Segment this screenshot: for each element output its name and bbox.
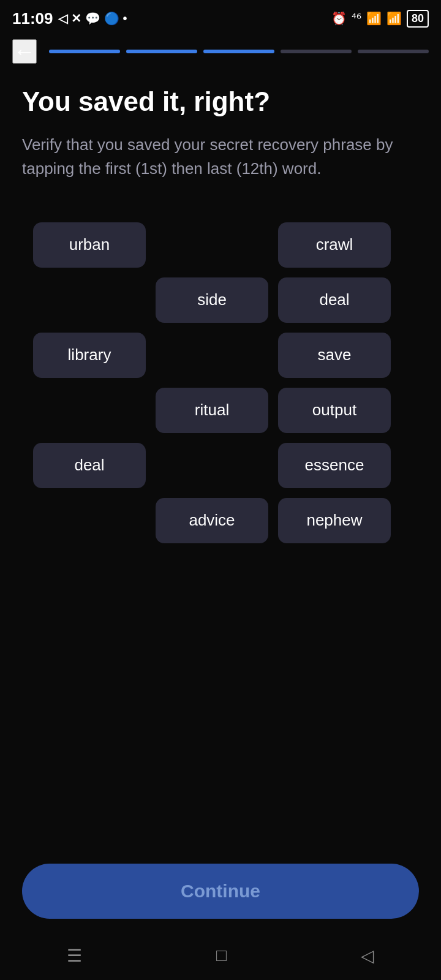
status-right-icons: ⏰ ⁴⁶ 📶 📶 80 — [331, 10, 429, 28]
home-icon[interactable]: □ — [216, 946, 227, 965]
alarm-icon: ⏰ — [331, 11, 347, 26]
word-btn-urban[interactable]: urban — [33, 222, 146, 268]
word-btn-output[interactable]: output — [278, 388, 391, 433]
word-btn-crawl[interactable]: crawl — [278, 222, 391, 268]
progress-step-4 — [281, 50, 352, 53]
app-icon: 🔵 — [104, 11, 119, 26]
main-content: You saved it, right? Verify that you sav… — [0, 71, 441, 548]
word-grid: urban crawl side deal library save ritua… — [22, 217, 419, 548]
location-icon: ◁ — [58, 11, 67, 26]
continue-button[interactable]: Continue — [22, 864, 419, 919]
back-nav-icon[interactable]: ◁ — [361, 946, 374, 966]
progress-step-2 — [126, 50, 197, 53]
word-btn-essence[interactable]: essence — [278, 443, 391, 488]
word-btn-deal-1[interactable]: deal — [278, 277, 391, 323]
notification-icons: ◁ ✕ 💬 🔵 • — [58, 11, 127, 26]
progress-step-3 — [203, 50, 274, 53]
word-btn-library[interactable]: library — [33, 333, 146, 378]
progress-step-5 — [358, 50, 429, 53]
word-btn-deal-2[interactable]: deal — [33, 443, 146, 488]
nav-bar: ← — [0, 34, 441, 71]
progress-step-1 — [49, 50, 120, 53]
battery-display: 80 — [407, 10, 429, 28]
bottom-nav: ☰ □ ◁ — [0, 931, 441, 980]
network-4g-icon: ⁴⁶ — [352, 11, 361, 26]
word-btn-nephew[interactable]: nephew — [278, 498, 391, 543]
signal-wifi-icon: 📶 — [366, 11, 382, 26]
word-btn-ritual[interactable]: ritual — [156, 388, 268, 433]
page-subtitle: Verify that you saved your secret recove… — [22, 133, 419, 181]
back-button[interactable]: ← — [12, 39, 37, 64]
word-btn-side[interactable]: side — [156, 277, 268, 323]
recent-apps-icon[interactable]: ☰ — [67, 946, 82, 966]
page-title: You saved it, right? — [22, 86, 419, 118]
dot-icon: • — [123, 12, 127, 26]
word-btn-advice[interactable]: advice — [156, 498, 268, 543]
progress-bar — [49, 50, 429, 53]
whatsapp-icon: 💬 — [85, 11, 100, 26]
signal-cell-icon: 📶 — [386, 11, 402, 26]
tools-icon: ✕ — [71, 11, 81, 26]
status-bar: 11:09 ◁ ✕ 💬 🔵 • ⏰ ⁴⁶ 📶 📶 80 — [0, 0, 441, 34]
time-display: 11:09 — [12, 9, 53, 28]
word-btn-save[interactable]: save — [278, 333, 391, 378]
